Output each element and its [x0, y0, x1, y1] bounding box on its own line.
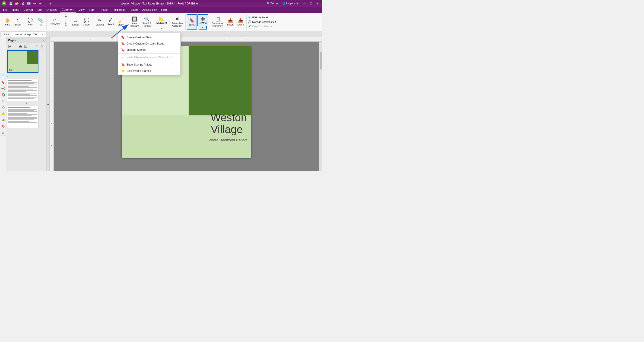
- select-tool-btn[interactable]: ↖ Select: [13, 14, 23, 30]
- file-tool-btn[interactable]: 📎 File: [36, 14, 46, 30]
- export-btn[interactable]: 📤 Export: [236, 14, 246, 30]
- manage-comments-dropdown[interactable]: ▼: [274, 21, 276, 23]
- qat-undo-btn[interactable]: ↩: [32, 1, 37, 6]
- viewport-container: 1 2 3 4 5 6 7 8 9 1 2 3 4 5: [50, 37, 322, 171]
- user-account[interactable]: 👤 kingston ▼: [283, 2, 299, 5]
- email-icon: 📧: [248, 16, 251, 19]
- comments-panel-btn[interactable]: 💬: [0, 86, 6, 92]
- pages-panel-btn[interactable]: 📄: [0, 73, 6, 79]
- manage-comments-btn[interactable]: 💬 Manage Comments ▼: [248, 20, 276, 24]
- superscript-subscript-btn[interactable]: T² T₂: [62, 27, 70, 31]
- stamp-tool-btn[interactable]: 🔖 Stamp: [187, 14, 197, 30]
- qat-redo-btn[interactable]: ↪: [38, 1, 42, 6]
- menu-view[interactable]: View: [76, 8, 87, 12]
- panel-collapse-handle[interactable]: ◀: [46, 37, 50, 171]
- page-num-2: 1: [7, 102, 46, 104]
- textbox-label: Textbox: [72, 24, 80, 26]
- qat-customize-btn[interactable]: ▼: [48, 1, 53, 6]
- bold-italic-btn[interactable]: T T: [62, 12, 70, 19]
- qat-open-btn[interactable]: 📂: [14, 1, 20, 6]
- tab-close-btn[interactable]: ✕: [41, 33, 44, 36]
- menu-form[interactable]: Form: [87, 8, 98, 12]
- compare-panel-btn[interactable]: ⚖: [0, 129, 6, 136]
- pages-tool-3[interactable]: 📤: [18, 44, 23, 49]
- search-highlight-btn[interactable]: 🔍 Search &Highlight: [141, 14, 153, 30]
- signatures-panel-btn[interactable]: ✍: [0, 110, 6, 117]
- import-btn[interactable]: 📥 Import: [226, 14, 235, 30]
- measure-label: Measure: [156, 21, 167, 24]
- create-stamp-btn[interactable]: ➕ Create: [198, 14, 208, 26]
- accounting-calc-btn[interactable]: 🖩 AccountingCalculator: [170, 14, 184, 30]
- create-stamp-split: ➕ Create ▼: [198, 14, 208, 30]
- menu-edit[interactable]: Edit: [35, 8, 44, 12]
- pages-tool-1[interactable]: |◀: [7, 44, 12, 49]
- pages-panel-close-btn[interactable]: ✕: [42, 39, 44, 42]
- menu-bar: File Home Convert Edit Organize Comment …: [0, 7, 322, 13]
- textbox-tool-btn[interactable]: ▭ Textbox: [70, 14, 81, 30]
- menu-accessibility[interactable]: Accessibility: [140, 8, 159, 12]
- note-tool-btn[interactable]: 💬 Note: [25, 14, 35, 30]
- hand-tool-btn[interactable]: ✋ Hand: [3, 14, 12, 30]
- minimize-btn[interactable]: —: [302, 1, 308, 6]
- measure-tool-btn[interactable]: 📐 Measure: [156, 14, 168, 26]
- pdf-email-label: PDF via Email: [252, 16, 268, 19]
- page-cover-text: Weston Village: [9, 68, 12, 71]
- import-icon: 📥: [228, 18, 233, 23]
- pages-tool-4[interactable]: 🔄: [23, 44, 28, 49]
- show-stamps-palette-item[interactable]: 🔖 Show Stamps Palette: [118, 62, 180, 68]
- menu-comment[interactable]: Comment: [60, 7, 76, 12]
- create-stamp-icon: 🔖: [121, 36, 125, 39]
- summarize-comments-btn[interactable]: 📋 SummarizeComments: [211, 14, 225, 30]
- menu-help[interactable]: Help: [159, 8, 169, 12]
- pdf-email-btn[interactable]: 📧 PDF via Email: [248, 16, 268, 19]
- keep-tool-row: 📌 Keep Tool Selected: [248, 25, 273, 28]
- page-thumb-2[interactable]: 1: [7, 79, 46, 104]
- callout-tool-btn[interactable]: 💭 Callout: [82, 14, 92, 30]
- portfolios-panel-btn[interactable]: 🗂: [0, 117, 6, 123]
- strikethrough-underline-btn[interactable]: T T: [62, 20, 70, 26]
- pages-tool-7[interactable]: 🗑: [39, 44, 44, 49]
- eraser-tool-btn[interactable]: 🧹 Eraser: [116, 14, 126, 30]
- drawing-tool-btn[interactable]: ✏ Drawing: [94, 14, 106, 30]
- menu-foxit-esign[interactable]: Foxit eSign: [110, 8, 128, 12]
- search-box[interactable]: 🔍 Tell me...: [267, 2, 280, 5]
- attachments-panel-btn[interactable]: 📎: [0, 104, 6, 110]
- menu-organize[interactable]: Organize: [44, 8, 60, 12]
- menu-share[interactable]: Share: [128, 8, 140, 12]
- typewriter-tool-btn[interactable]: T A Typewriter: [48, 14, 61, 30]
- destinations-panel-btn[interactable]: 🎯: [0, 92, 6, 98]
- pencil-tool-btn[interactable]: 🖊 Pencil: [106, 14, 116, 30]
- close-btn[interactable]: ✕: [315, 1, 320, 6]
- area-highlight-btn[interactable]: 🔲 AreaHighlight: [128, 14, 140, 30]
- paste-clipboard-label: Paste Clipboard Image as Stamp Tool: [126, 56, 172, 59]
- main-toolbar: ✋ Hand ↖ Select 💬 Note 📎 File T A Typewr…: [0, 13, 322, 31]
- pages-tool-6[interactable]: ↺: [34, 44, 39, 49]
- page-thumb-3[interactable]: [7, 106, 46, 128]
- layers-panel-btn[interactable]: ⊞: [0, 98, 6, 104]
- page-thumb-1[interactable]: Weston Village: [7, 50, 46, 73]
- menu-protect[interactable]: Protect: [98, 8, 110, 12]
- qat-email-btn[interactable]: 📧: [26, 1, 32, 6]
- menu-convert[interactable]: Convert: [21, 8, 35, 12]
- qat-save-btn[interactable]: 💾: [8, 1, 14, 6]
- stamp-panel-btn[interactable]: 🔖: [0, 123, 6, 129]
- create-custom-dynamic-stamp-item[interactable]: 🔖 Create Custom Dynamic Stamp: [118, 40, 180, 47]
- menu-file[interactable]: File: [1, 8, 10, 12]
- pdf-viewport[interactable]: Weston Village Water Treatment Report: [54, 42, 319, 171]
- qat-print-btn[interactable]: 🖨: [20, 1, 25, 6]
- pages-tool-2[interactable]: +: [12, 44, 18, 49]
- create-custom-stamp-item[interactable]: 🔖 Create Custom Stamp: [118, 34, 180, 40]
- maximize-btn[interactable]: □: [309, 1, 314, 6]
- create-stamp-dropdown-btn[interactable]: ▼: [199, 26, 207, 30]
- page-num-1: 1: [7, 74, 46, 77]
- set-favorite-stamps-item[interactable]: ⭐ Set Favorite Stamps: [118, 68, 180, 74]
- tab-start[interactable]: Start: [1, 32, 12, 37]
- bookmarks-panel-btn[interactable]: 🔖: [0, 79, 6, 86]
- pages-tool-5[interactable]: ↕: [28, 44, 34, 49]
- qat-touch-btn[interactable]: ☞: [43, 1, 47, 6]
- svg-text:3: 3: [50, 100, 52, 102]
- menu-home[interactable]: Home: [10, 8, 21, 12]
- measure-dropdown-btn[interactable]: ▼: [158, 26, 166, 30]
- manage-stamps-item[interactable]: 🔖 Manage Stamps: [118, 47, 180, 53]
- tab-document[interactable]: Weston Village - Tax ... ✕: [12, 32, 46, 37]
